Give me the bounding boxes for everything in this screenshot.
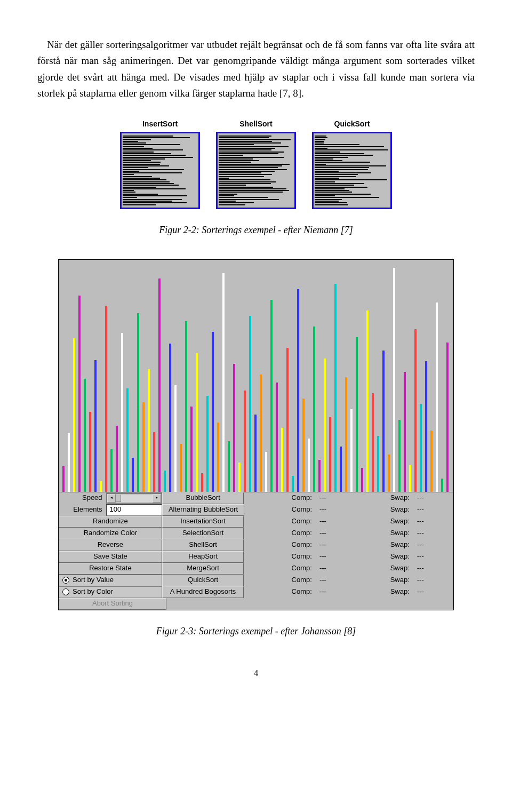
figure-2-2-caption: Figur 2-2: Sorterings exempel - efter Ni… — [37, 222, 475, 238]
horizontal-bar — [219, 153, 278, 154]
control-row: Save StateHeapSortComp:---Swap:--- — [59, 551, 453, 563]
vertical-bar — [302, 399, 305, 492]
horizontal-bar — [219, 197, 268, 198]
horizontal-bar — [315, 142, 324, 144]
insertsort-label: InsertSort — [142, 118, 178, 130]
radio-label: Sort by Color — [73, 586, 113, 598]
horizontal-bar — [315, 137, 327, 138]
horizontal-bar — [123, 178, 160, 179]
mergesort-button[interactable]: MergeSort — [162, 563, 244, 575]
vertical-bar — [238, 463, 241, 492]
horizontal-bar — [315, 181, 335, 182]
horizontal-bar — [123, 153, 171, 154]
horizontal-bar — [123, 195, 187, 196]
horizontal-bar — [219, 194, 237, 195]
vertical-bar — [286, 348, 289, 492]
save-state-button[interactable]: Save State — [59, 551, 162, 563]
horizontal-bar — [219, 167, 278, 168]
quicksort-column: QuickSort — [312, 118, 392, 209]
vertical-bar — [318, 460, 321, 492]
comp-value: --- — [316, 492, 337, 504]
comp-label: Comp: — [285, 586, 316, 598]
horizontal-bar — [315, 164, 326, 165]
vertical-bar — [180, 444, 182, 492]
control-row: Sort by ValueQuickSortComp:---Swap:--- — [59, 575, 453, 586]
vertical-bar — [345, 377, 347, 492]
comp-value: --- — [316, 575, 337, 586]
vertical-bar — [420, 404, 422, 492]
reverse-button[interactable]: Reverse — [59, 539, 162, 551]
vertical-bar — [153, 432, 155, 492]
horizontal-bar — [219, 187, 273, 188]
randomize-color-button[interactable]: Randomize Color — [59, 528, 162, 539]
vertical-bar — [233, 364, 235, 492]
vertical-bar — [164, 471, 166, 492]
comp-value: --- — [316, 551, 337, 563]
vertical-bar — [137, 313, 139, 492]
horizontal-bar — [219, 142, 281, 144]
restore-state-button[interactable]: Restore State — [59, 563, 162, 575]
horizontal-bar — [219, 179, 270, 180]
horizontal-bar — [315, 158, 333, 160]
vertical-bar — [201, 473, 203, 492]
swap-value: --- — [413, 586, 453, 598]
vertical-bar — [260, 375, 262, 492]
horizontal-bar — [123, 199, 182, 200]
quicksort-label: QuickSort — [334, 118, 370, 130]
vertical-bar — [281, 428, 283, 492]
vertical-bar — [126, 388, 129, 492]
sort-by-value-radio[interactable]: Sort by Value — [59, 575, 162, 586]
vertical-bar — [265, 452, 267, 492]
horizontal-bar — [123, 192, 135, 193]
horizontal-bar — [219, 158, 253, 160]
horizontal-bar — [219, 192, 283, 193]
scroll-left-icon[interactable]: ◂ — [107, 494, 116, 503]
heapsort-button[interactable]: HeapSort — [162, 551, 244, 563]
alternating-bubblesort-button[interactable]: Alternating BubbleSort — [162, 504, 244, 516]
vertical-bar — [356, 337, 358, 492]
control-row: Sort by ColorA Hundred BogosortsComp:---… — [59, 586, 453, 598]
shellsort-button[interactable]: ShellSort — [162, 539, 244, 551]
speed-scrollbar[interactable]: ◂▸ — [106, 492, 162, 504]
vertical-bar — [292, 476, 294, 492]
horizontal-bar — [219, 136, 271, 137]
scroll-right-icon[interactable]: ▸ — [153, 494, 161, 503]
swap-label: Swap: — [382, 516, 413, 528]
horizontal-bar — [123, 172, 182, 173]
horizontal-bar — [219, 195, 234, 196]
quicksort-button[interactable]: QuickSort — [162, 575, 244, 586]
vertical-bar — [414, 329, 417, 492]
bubblesort-button[interactable]: BubbleSort — [162, 492, 244, 504]
horizontal-bar — [315, 149, 388, 150]
control-row: ReverseShellSortComp:---Swap:--- — [59, 539, 453, 551]
abort-sorting-button: Abort Sorting — [59, 598, 166, 610]
horizontal-bar — [219, 183, 271, 184]
comp-label: Comp: — [285, 504, 316, 516]
swap-label: Swap: — [382, 539, 413, 551]
horizontal-bar — [219, 139, 291, 140]
insertationsort-button[interactable]: InsertationSort — [162, 516, 244, 528]
randomize-button[interactable]: Randomize — [59, 516, 162, 528]
horizontal-bar — [315, 178, 339, 179]
selectionsort-button[interactable]: SelectionSort — [162, 528, 244, 539]
vertical-bar — [169, 344, 171, 492]
a-hundred-bogosorts-button[interactable]: A Hundred Bogosorts — [162, 586, 244, 598]
horizontal-bar — [123, 137, 190, 138]
vertical-bar — [329, 417, 331, 492]
horizontal-bar — [315, 155, 373, 156]
vertical-bar — [196, 353, 198, 492]
control-row: Randomize ColorSelectionSortComp:---Swap… — [59, 528, 453, 539]
insertsort-column: InsertSort — [120, 118, 200, 209]
vertical-bar — [222, 273, 225, 492]
elements-input[interactable]: 100 — [106, 504, 163, 516]
horizontal-bar — [315, 201, 339, 202]
vertical-bar — [84, 379, 86, 492]
horizontal-bar — [219, 152, 284, 153]
horizontal-bar — [315, 160, 342, 161]
vertical-bar — [190, 407, 193, 492]
horizontal-bar — [123, 194, 158, 195]
sort-by-color-radio[interactable]: Sort by Color — [59, 586, 162, 598]
horizontal-bar — [123, 169, 184, 170]
vertical-bar — [185, 321, 187, 492]
swap-value: --- — [413, 492, 453, 504]
